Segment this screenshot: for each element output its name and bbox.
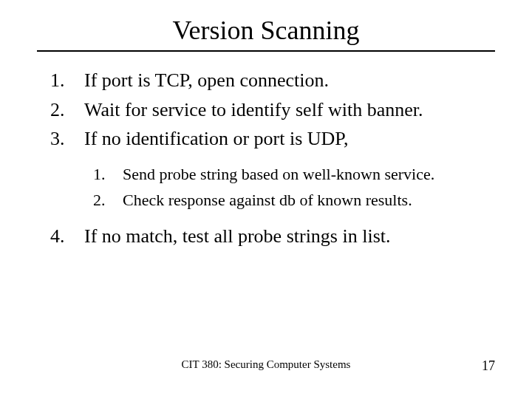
slide-title: Version Scanning (37, 15, 495, 46)
list-number: 2. (50, 96, 84, 124)
footer-page-number: 17 (482, 358, 495, 374)
list-item: 1. If port is TCP, open connection. (50, 66, 495, 95)
list-text: Send probe string based on well-known se… (123, 162, 434, 186)
main-ordered-list: 1. If port is TCP, open connection. 2. W… (37, 66, 495, 153)
list-number: 3. (50, 125, 84, 153)
list-text: If port is TCP, open connection. (84, 66, 329, 95)
slide-footer: CIT 380: Securing Computer Systems 17 (0, 358, 532, 374)
list-number: 1. (93, 162, 123, 186)
list-item: 2. Wait for service to identify self wit… (50, 96, 495, 124)
list-number: 2. (93, 188, 123, 212)
sub-ordered-list: 1. Send probe string based on well-known… (37, 162, 495, 212)
main-ordered-list-continued: 4. If no match, test all probe strings i… (37, 222, 495, 250)
list-number: 4. (50, 222, 84, 250)
list-item: 2. Check response against db of known re… (93, 188, 495, 212)
list-text: Check response against db of known resul… (123, 188, 412, 212)
list-item: 4. If no match, test all probe strings i… (50, 222, 495, 250)
list-text: Wait for service to identify self with b… (84, 96, 423, 124)
footer-course-title: CIT 380: Securing Computer Systems (182, 358, 351, 371)
title-divider (37, 50, 495, 52)
list-number: 1. (50, 66, 84, 95)
list-text: If no match, test all probe strings in l… (84, 222, 391, 250)
list-item: 1. Send probe string based on well-known… (93, 162, 495, 186)
list-text: If no identification or port is UDP, (84, 125, 348, 153)
list-item: 3. If no identification or port is UDP, (50, 125, 495, 153)
